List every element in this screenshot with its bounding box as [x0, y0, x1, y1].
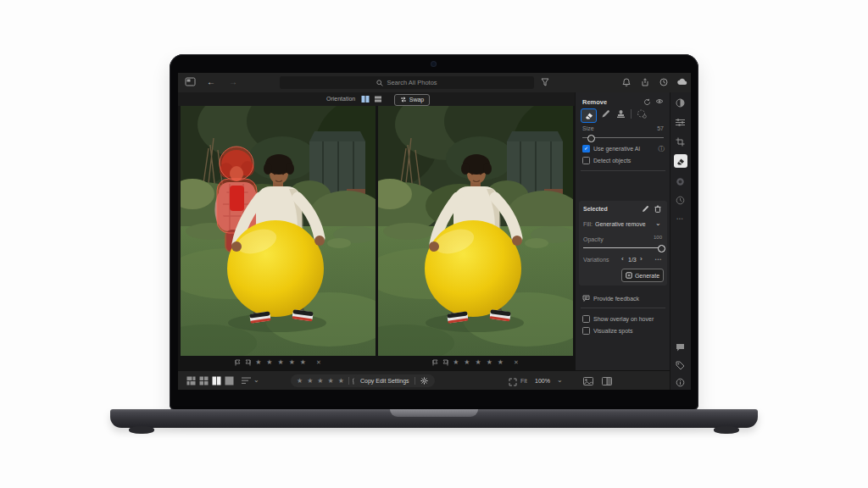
- star-icon[interactable]: ★: [487, 359, 493, 366]
- checkbox-checked[interactable]: ✓: [582, 145, 590, 152]
- star-icon[interactable]: ★: [266, 359, 273, 366]
- heal-brush-tool[interactable]: [601, 109, 610, 119]
- fit-label[interactable]: Fit: [520, 378, 527, 384]
- split-view-icon[interactable]: [601, 375, 612, 386]
- reject-flag-icon[interactable]: [245, 359, 251, 366]
- back-button[interactable]: ←: [207, 77, 215, 86]
- rail-more-icon[interactable]: •••: [674, 212, 687, 225]
- view-compare-icon-active[interactable]: [211, 375, 222, 386]
- pick-flag-icon[interactable]: [432, 359, 438, 366]
- forward-button[interactable]: →: [229, 77, 237, 86]
- rail-history-icon[interactable]: [674, 194, 687, 207]
- show-overlay-row[interactable]: Show overlay on hover: [582, 315, 654, 323]
- size-value: 57: [657, 125, 664, 131]
- star-icon[interactable]: ★: [307, 378, 314, 385]
- star-icon[interactable]: ★: [498, 359, 504, 366]
- orientation-vertical-icon[interactable]: [361, 95, 370, 103]
- after-photo[interactable]: [378, 106, 573, 356]
- bottom-toolbar: ⌄ ★★★★★ Copy Edit Settings Fit 100% ⌄: [178, 370, 670, 390]
- copy-settings-pill: Copy Edit Settings: [353, 374, 435, 387]
- generate-button[interactable]: Generate: [621, 269, 664, 282]
- selected-title: Selected: [583, 206, 608, 212]
- opacity-slider-knob[interactable]: [658, 245, 665, 252]
- zoom-chevron-icon[interactable]: ⌄: [557, 376, 563, 384]
- star-icon[interactable]: ★: [300, 359, 307, 366]
- before-photo-rating-row: ★★★★★ ✕: [181, 358, 376, 368]
- chevron-down-icon[interactable]: ⌄: [655, 219, 661, 227]
- divider: [348, 377, 349, 385]
- checkbox-unchecked[interactable]: [582, 327, 590, 335]
- swap-button[interactable]: Swap: [394, 94, 430, 106]
- star-icon[interactable]: ★: [464, 359, 470, 366]
- orientation-horizontal-icon[interactable]: [374, 95, 382, 103]
- use-generative-ai-row[interactable]: ✓ Use generative AI: [582, 145, 640, 152]
- clear-rating-icon[interactable]: ✕: [514, 359, 519, 366]
- detect-objects-row[interactable]: Detect objects: [582, 157, 631, 164]
- copy-edit-settings-button[interactable]: Copy Edit Settings: [360, 378, 409, 384]
- cloud-icon[interactable]: [677, 78, 687, 86]
- feedback-icon: [582, 295, 590, 302]
- info-icon[interactable]: ⓘ: [659, 145, 665, 153]
- search-input[interactable]: Search All Photos: [280, 76, 534, 89]
- rail-keywords-tag-icon[interactable]: [674, 359, 687, 372]
- star-icon[interactable]: ★: [328, 378, 335, 385]
- checkbox-unchecked[interactable]: [582, 315, 590, 323]
- star-icon[interactable]: ★: [475, 359, 481, 366]
- panels-toggle-icon[interactable]: [185, 77, 196, 86]
- view-squaregrid-icon[interactable]: [198, 375, 209, 386]
- reset-icon[interactable]: [643, 98, 651, 106]
- fill-mode-dropdown[interactable]: Generative remove: [595, 221, 646, 227]
- show-overlay-label: Show overlay on hover: [593, 316, 654, 322]
- eraser-icon: [676, 158, 685, 165]
- filter-icon[interactable]: [541, 78, 549, 86]
- star-icon[interactable]: ★: [297, 378, 303, 385]
- trash-icon[interactable]: [654, 205, 661, 213]
- sort-icon[interactable]: [241, 375, 252, 386]
- clear-rating-icon[interactable]: ✕: [316, 359, 321, 366]
- size-slider-knob[interactable]: [587, 135, 595, 142]
- clone-stamp-tool[interactable]: [616, 109, 626, 119]
- fullscreen-icon[interactable]: [507, 376, 518, 387]
- star-icon[interactable]: ★: [289, 359, 296, 366]
- edit-pencil-icon[interactable]: [642, 205, 649, 213]
- opacity-label: Opacity: [583, 236, 604, 242]
- generate-label: Generate: [635, 273, 659, 279]
- divider: [581, 170, 665, 171]
- checkbox-unchecked[interactable]: [582, 157, 590, 164]
- rail-presets-icon[interactable]: [674, 116, 687, 129]
- reject-flag-icon[interactable]: [442, 359, 448, 366]
- rail-edit-icon[interactable]: [674, 97, 687, 109]
- pick-flag-icon[interactable]: [235, 359, 241, 366]
- star-icon[interactable]: ★: [338, 378, 345, 385]
- zoom-level-value[interactable]: 100%: [535, 378, 550, 384]
- share-icon[interactable]: [641, 78, 649, 86]
- rail-crop-icon[interactable]: [674, 136, 687, 148]
- view-detail-icon[interactable]: [224, 375, 235, 386]
- more-options-icon[interactable]: •••: [655, 257, 662, 262]
- before-photo[interactable]: [181, 106, 376, 356]
- star-icon[interactable]: ★: [317, 378, 324, 385]
- object-select-tool[interactable]: [637, 109, 647, 119]
- provide-feedback-button[interactable]: Provide feedback: [582, 295, 639, 302]
- eye-icon[interactable]: [655, 98, 664, 104]
- search-icon: [376, 80, 383, 86]
- sync-activity-icon[interactable]: [659, 78, 668, 86]
- visualize-spots-row[interactable]: Visualize spots: [582, 327, 633, 335]
- star-icon[interactable]: ★: [453, 359, 459, 366]
- settings-gear-icon[interactable]: [420, 377, 428, 385]
- star-icon[interactable]: ★: [277, 359, 284, 366]
- rail-remove-tool-active[interactable]: [674, 154, 687, 168]
- before-after-icon[interactable]: [582, 375, 593, 386]
- rail-comments-icon[interactable]: [674, 341, 687, 353]
- opacity-slider[interactable]: [583, 247, 663, 248]
- rail-masking-icon[interactable]: [674, 175, 687, 188]
- chevron-right-icon[interactable]: ›: [640, 255, 643, 263]
- tool-separator: [631, 109, 632, 119]
- notifications-bell-icon[interactable]: [622, 78, 631, 86]
- remove-tool-eraser[interactable]: [581, 108, 597, 123]
- sort-chevron-icon[interactable]: ⌄: [253, 376, 259, 384]
- chevron-left-icon[interactable]: ‹: [621, 255, 624, 263]
- rail-info-icon[interactable]: [674, 376, 687, 389]
- view-photogrid-icon[interactable]: [186, 375, 197, 386]
- star-icon[interactable]: ★: [255, 359, 262, 366]
